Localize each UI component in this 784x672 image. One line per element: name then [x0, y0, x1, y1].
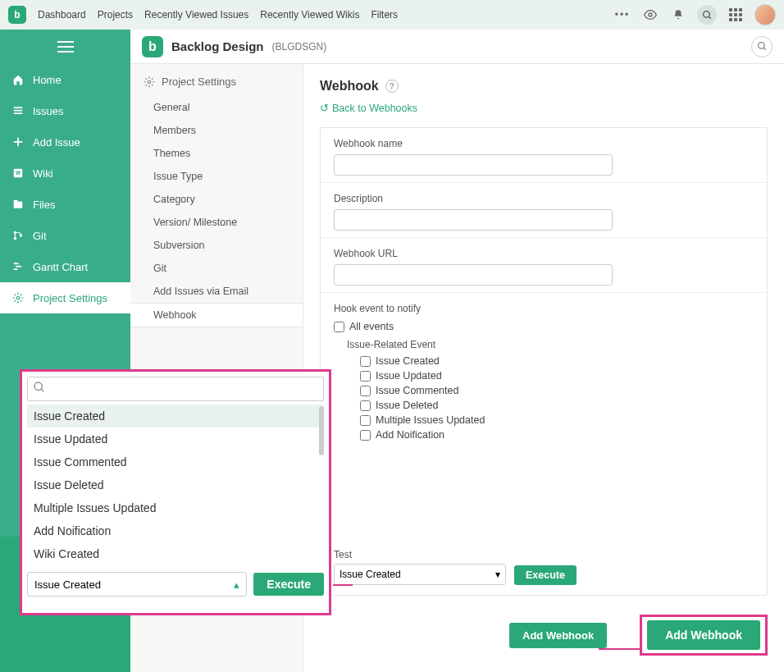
dropdown-execute-button[interactable]: Execute: [253, 573, 324, 596]
sidebar-item-git[interactable]: Git: [0, 220, 130, 251]
description-input[interactable]: [334, 209, 613, 231]
project-key: (BLGDSGN): [272, 41, 327, 53]
svg-point-0: [649, 13, 652, 16]
settings-menu-title: Project Settings: [130, 64, 303, 96]
nav-recent-issues[interactable]: Recently Viewed Issues: [144, 9, 248, 21]
sidebar-item-files[interactable]: Files: [0, 189, 130, 220]
sidebar-label: Add Issue: [33, 136, 80, 149]
svg-point-21: [16, 296, 20, 299]
list-icon: [11, 104, 25, 117]
settings-item-webhook[interactable]: Webhook: [130, 303, 303, 327]
issue-group-label: Issue-Related Event: [347, 339, 754, 350]
sidebar-item-wiki[interactable]: WWiki: [0, 158, 130, 189]
sidebar-item-issues[interactable]: Issues: [0, 95, 130, 126]
event-text: Issue Commented: [376, 385, 458, 396]
back-link[interactable]: ↺Back to Webhooks: [320, 102, 768, 114]
event-text: Issue Created: [376, 355, 440, 367]
settings-item-version[interactable]: Version/ Milestone: [130, 211, 303, 234]
test-label: Test: [334, 549, 506, 560]
dropdown-selected-box[interactable]: Issue Created ▴: [27, 572, 247, 597]
bell-icon[interactable]: [669, 6, 687, 24]
dropdown-item[interactable]: Add Noification: [27, 519, 324, 542]
settings-item-members[interactable]: Members: [130, 119, 303, 142]
sidebar-label: Wiki: [33, 167, 53, 180]
app-logo[interactable]: b: [8, 6, 26, 24]
sidebar-item-add-issue[interactable]: Add Issue: [0, 126, 130, 158]
svg-point-22: [758, 43, 764, 49]
all-events-checkbox[interactable]: [334, 322, 344, 332]
event-checkbox[interactable]: [360, 356, 371, 367]
settings-item-issue-type[interactable]: Issue Type: [130, 165, 303, 188]
hamburger-menu[interactable]: [0, 30, 130, 64]
event-checkbox[interactable]: [360, 400, 371, 411]
svg-rect-8: [14, 112, 23, 114]
sidebar-label: Issues: [33, 105, 64, 117]
settings-item-subversion[interactable]: Subversion: [130, 234, 303, 257]
sidebar-item-home[interactable]: Home: [0, 64, 130, 95]
add-webhook-button-original[interactable]: Add Webhook: [509, 623, 607, 648]
dropdown-item[interactable]: Multiple Issues Updated: [27, 496, 324, 519]
svg-rect-13: [14, 202, 23, 208]
execute-button[interactable]: Execute: [514, 565, 577, 585]
svg-rect-20: [14, 268, 18, 270]
sidebar-label: Git: [33, 230, 47, 242]
event-checkbox[interactable]: [360, 371, 371, 382]
nav-recent-wikis[interactable]: Recently Viewed Wikis: [260, 9, 359, 21]
settings-item-category[interactable]: Category: [130, 188, 303, 211]
user-avatar[interactable]: [754, 4, 776, 25]
settings-item-add-via-email[interactable]: Add Issues via Email: [130, 280, 303, 303]
event-text: Add Noification: [376, 429, 444, 441]
help-icon[interactable]: ?: [385, 80, 399, 93]
dropdown-item[interactable]: Issue Updated: [27, 427, 324, 450]
test-event-dropdown: Issue Created Issue Updated Issue Commen…: [20, 369, 331, 615]
sidebar-item-project-settings[interactable]: Project Settings: [0, 282, 130, 313]
svg-line-23: [763, 48, 766, 50]
sidebar-label: Project Settings: [33, 292, 107, 304]
sidebar-item-gantt[interactable]: Gantt Chart: [0, 251, 130, 282]
dropdown-search-input[interactable]: [51, 382, 318, 395]
settings-item-git[interactable]: Git: [130, 257, 303, 280]
event-checkbox[interactable]: [360, 386, 371, 396]
more-menu-icon[interactable]: •••: [613, 6, 631, 24]
settings-item-themes[interactable]: Themes: [130, 142, 303, 165]
description-label: Description: [334, 193, 754, 204]
webhook-name-input[interactable]: [334, 154, 613, 176]
svg-rect-6: [14, 107, 23, 108]
settings-item-general[interactable]: General: [130, 96, 303, 119]
nav-projects[interactable]: Projects: [98, 9, 133, 21]
dropdown-item[interactable]: Issue Created: [27, 405, 324, 427]
back-arrow-icon: ↺: [320, 102, 329, 114]
search-icon: [33, 381, 46, 397]
svg-point-25: [34, 382, 42, 390]
apps-grid-icon[interactable]: [727, 6, 745, 24]
wiki-icon: W: [11, 167, 25, 180]
svg-rect-18: [14, 263, 19, 264]
svg-line-26: [41, 389, 43, 391]
dropdown-item[interactable]: Wiki Created: [27, 542, 324, 565]
svg-line-2: [709, 16, 711, 19]
event-checkbox[interactable]: [360, 415, 371, 426]
test-event-select[interactable]: Issue Created ▾: [334, 564, 506, 585]
event-text: Issue Updated: [376, 370, 442, 382]
nav-dashboard[interactable]: Dashboard: [38, 9, 86, 21]
page-title: Webhook?: [320, 79, 768, 94]
nav-filters[interactable]: Filters: [371, 9, 398, 21]
event-checkbox[interactable]: [360, 430, 371, 441]
header-search-icon[interactable]: [751, 36, 773, 57]
search-button[interactable]: [697, 5, 717, 25]
svg-rect-19: [16, 266, 21, 267]
webhook-url-input[interactable]: [334, 264, 613, 286]
watch-icon[interactable]: [641, 6, 659, 24]
files-icon: [11, 198, 25, 211]
chevron-down-icon: ▾: [495, 569, 500, 580]
sidebar-label: Gantt Chart: [33, 261, 88, 273]
dropdown-item[interactable]: Issue Deleted: [27, 473, 324, 496]
scrollbar-thumb[interactable]: [319, 406, 324, 455]
gantt-icon: [11, 260, 25, 273]
event-text: Issue Deleted: [376, 400, 438, 411]
sidebar-label: Files: [33, 199, 55, 211]
dropdown-item[interactable]: Issue Commented: [27, 450, 324, 473]
project-logo: b: [142, 36, 163, 57]
webhook-url-label: Webhook URL: [334, 248, 754, 259]
add-webhook-button-highlight[interactable]: Add Webhook: [647, 620, 760, 650]
